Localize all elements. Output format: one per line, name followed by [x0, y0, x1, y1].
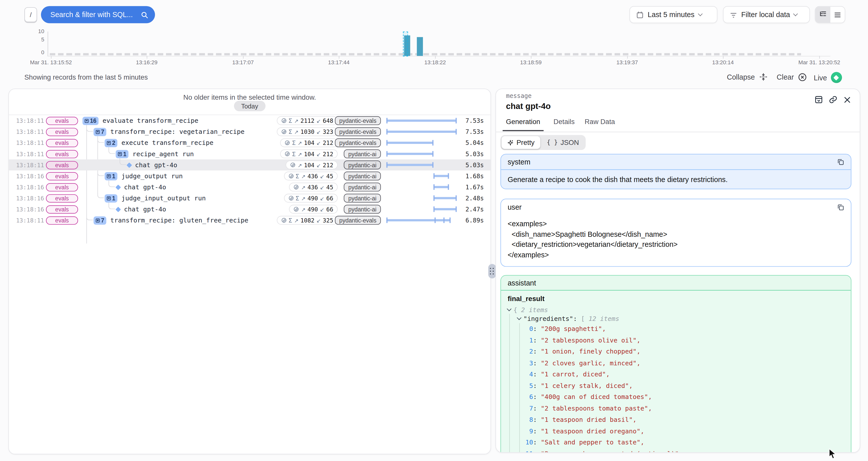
- duration-bar: [386, 120, 457, 122]
- collapse-count-badge[interactable]: 16: [82, 117, 98, 125]
- package-badge: pydantic-evals: [335, 127, 381, 136]
- collapse-count-badge[interactable]: 1: [116, 150, 129, 158]
- json-guide-line: [509, 314, 510, 453]
- row-timestamp: 13:18:11: [16, 215, 44, 226]
- evals-tag-badge[interactable]: evals: [46, 194, 78, 203]
- trace-row[interactable]: 13:18:11 evals 1 recipe_agent run Σ↗104↙…: [9, 148, 491, 159]
- trace-rows: 13:18:11 evals 16 evaluate transform_rec…: [9, 115, 491, 226]
- search-input[interactable]: [49, 10, 141, 19]
- collapse-count-badge[interactable]: 1: [105, 172, 118, 180]
- dock-panel-icon[interactable]: [814, 95, 823, 104]
- evals-tag-badge[interactable]: evals: [46, 172, 78, 180]
- row-timestamp: 13:18:11: [16, 159, 44, 171]
- span-name[interactable]: chat gpt-4o: [124, 183, 166, 191]
- tree-elbow: [108, 148, 115, 154]
- tab-raw-data[interactable]: Raw Data: [585, 118, 615, 131]
- slash-shortcut-key: /: [24, 7, 37, 22]
- span-name[interactable]: recipe_agent run: [133, 150, 194, 158]
- json-key-line[interactable]: "ingredients": [ 12 items: [507, 314, 844, 323]
- span-name[interactable]: judge_input_output run: [121, 194, 206, 202]
- plus-square-icon: [96, 218, 99, 222]
- collapse-count-badge[interactable]: 1: [105, 194, 118, 203]
- token-usage-badge: Σ↗1030↙323: [277, 127, 338, 136]
- evals-tag-badge[interactable]: evals: [46, 150, 78, 158]
- x-axis-label: 13:20:14: [712, 59, 734, 65]
- trace-row[interactable]: 13:18:16 evals chat gpt-4o ↗490↙66 pydan…: [9, 204, 491, 215]
- evals-tag-badge[interactable]: evals: [46, 139, 78, 147]
- duration-text: 1.68s: [465, 171, 484, 182]
- time-range-button[interactable]: Last 5 minutes: [629, 6, 717, 23]
- package-badge: pydantic-evals: [335, 216, 381, 225]
- evals-tag-badge[interactable]: evals: [46, 183, 78, 191]
- duration-bar: [434, 186, 449, 188]
- filter-label: Filter local data: [741, 10, 790, 19]
- logfire-app: / Last 5 minutes Filter local data 10 5 …: [0, 0, 868, 461]
- x-axis-tickmark: [627, 56, 628, 59]
- span-name[interactable]: chat gpt-4o: [135, 161, 177, 169]
- evals-tag-badge[interactable]: evals: [46, 216, 78, 224]
- evals-tag-badge[interactable]: evals: [46, 128, 78, 136]
- row-timestamp: 13:18:11: [16, 137, 44, 148]
- duration-text: 5.03s: [465, 159, 484, 171]
- span-name[interactable]: chat gpt-4o: [124, 205, 166, 213]
- trace-row[interactable]: 13:18:11 evals 7 transform_recipe: glute…: [9, 215, 491, 226]
- trace-row[interactable]: 13:18:11 evals 2 execute transform_recip…: [9, 137, 491, 148]
- tab-generation[interactable]: Generation: [502, 118, 544, 131]
- evals-tag-badge[interactable]: evals: [46, 117, 78, 125]
- json-tree: { 2 items "ingredients": [ 12 items 0: 2…: [507, 306, 844, 453]
- span-name[interactable]: execute transform_recipe: [121, 139, 213, 147]
- package-badge: pydantic-ai: [344, 183, 381, 191]
- live-toggle[interactable]: Live: [814, 72, 842, 83]
- trace-row[interactable]: 13:18:16 evals 1 judge_output run Σ↗436↙…: [9, 171, 491, 182]
- json-root-line[interactable]: { 2 items: [507, 306, 844, 314]
- copy-icon[interactable]: [837, 204, 844, 211]
- span-name[interactable]: evaluate transform_recipe: [102, 117, 198, 125]
- histogram-bar[interactable]: [417, 37, 423, 56]
- chevron-down-icon: [507, 307, 512, 311]
- minus-square-icon: [96, 130, 99, 133]
- expand-count-badge[interactable]: 7: [93, 216, 106, 224]
- trace-row[interactable]: 13:18:16 evals chat gpt-4o ↗436↙45 pydan…: [9, 182, 491, 192]
- collapse-button[interactable]: Collapse: [727, 72, 768, 81]
- x-axis-tickmark: [51, 56, 52, 59]
- minus-square-icon: [118, 152, 122, 156]
- tokens-coin-icon: [288, 195, 293, 201]
- evals-tag-badge[interactable]: evals: [46, 161, 78, 169]
- clear-button[interactable]: Clear: [777, 72, 807, 82]
- collapse-count-badge[interactable]: 2: [105, 139, 118, 147]
- json-toggle-button[interactable]: { } JSON: [541, 136, 584, 149]
- chevron-down-icon: [793, 11, 798, 16]
- today-badge[interactable]: Today: [234, 101, 266, 111]
- collapse-count-badge[interactable]: 7: [93, 128, 106, 136]
- trace-row[interactable]: 13:18:16 evals 1 judge_input_output run …: [9, 192, 491, 204]
- json-array-item: 0: 200g spaghetti: [507, 323, 844, 334]
- tabs-divider: [496, 132, 860, 132]
- token-usage-badge: Σ↗490↙66: [284, 193, 338, 203]
- span-detail-panel: message chat gpt-4o Generation Details R…: [496, 89, 860, 453]
- tree-view-button[interactable]: [815, 6, 830, 23]
- trace-row[interactable]: 13:18:11 evals 16 evaluate transform_rec…: [9, 115, 491, 126]
- search-bar[interactable]: [41, 6, 155, 23]
- panel-resize-handle[interactable]: [488, 264, 496, 278]
- token-usage-badge: Σ↗104↙212: [280, 149, 338, 158]
- trace-row-selected[interactable]: 13:18:11 evals chat gpt-4o ↗104↙212 pyda…: [9, 159, 491, 171]
- tokens-coin-icon: [285, 151, 290, 157]
- live-status-icon[interactable]: [831, 72, 842, 83]
- close-icon[interactable]: [843, 95, 851, 104]
- span-name[interactable]: judge_output run: [121, 172, 183, 180]
- braces-icon: { }: [547, 139, 558, 146]
- span-name[interactable]: transform_recipe: gluten_free_recipe: [110, 216, 248, 224]
- copy-link-icon[interactable]: [829, 95, 838, 104]
- package-badge: pydantic-evals: [335, 139, 381, 147]
- y-axis-tick: 0: [32, 49, 44, 55]
- tab-details[interactable]: Details: [554, 118, 575, 131]
- selected-bucket-outline: [403, 32, 408, 57]
- filter-local-data-button[interactable]: Filter local data: [723, 6, 810, 23]
- evals-tag-badge[interactable]: evals: [46, 205, 78, 213]
- copy-icon[interactable]: [837, 158, 844, 165]
- json-array-item: 8: 1 teaspoon dried basil: [507, 414, 844, 425]
- pretty-toggle-button[interactable]: Pretty: [502, 136, 540, 149]
- span-name[interactable]: transform_recipe: vegetarian_recipe: [110, 128, 244, 135]
- trace-row[interactable]: 13:18:11 evals 7 transform_recipe: veget…: [9, 126, 491, 137]
- flat-list-view-button[interactable]: [830, 6, 845, 23]
